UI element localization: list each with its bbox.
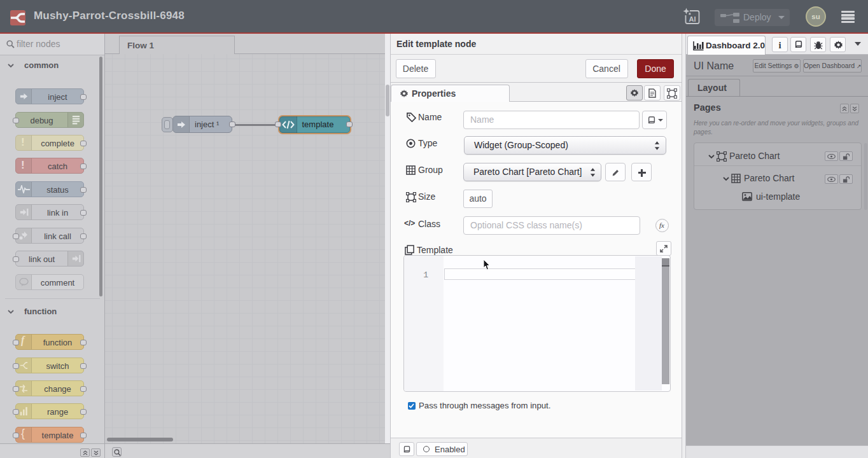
- svg-text:AI: AI: [689, 15, 696, 23]
